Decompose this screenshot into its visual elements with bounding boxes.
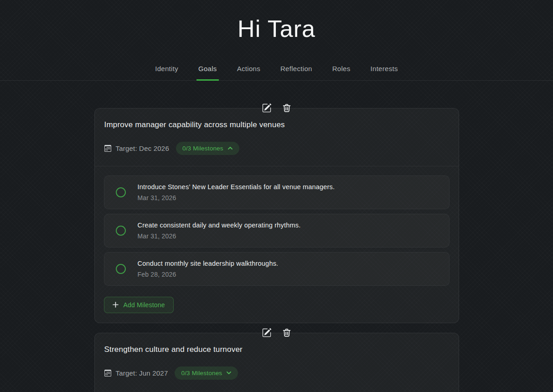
milestones-badge[interactable]: 0/3 Milestones [175,366,238,380]
add-milestone-label: Add Milestone [124,301,165,309]
goals-list: Improve manager capability across multip… [94,108,459,392]
tab-reflection[interactable]: Reflection [280,65,312,80]
goal-card-header: Improve manager capability across multip… [95,108,459,166]
goal-target-label: Target: Dec 2026 [116,144,169,152]
milestone-checkbox-circle[interactable] [116,187,126,197]
goal-target-row: Target: Dec 2026 0/3 Milestones [104,142,449,155]
delete-goal-icon[interactable] [282,328,291,337]
milestones-badge-label: 0/3 Milestones [181,370,222,377]
add-milestone-button[interactable]: Add Milestone [104,297,174,313]
goal-actions [262,328,291,337]
main-nav: Identity Goals Actions Reflection Roles … [0,65,553,81]
calendar-icon [104,370,111,377]
milestone-title: Conduct monthly site leadership walkthro… [138,260,279,267]
milestone-row: Create consistent daily and weekly opera… [104,214,450,248]
milestones-section: Introduce Stones’ New Leader Essentials … [95,166,459,323]
chevron-down-icon [226,370,232,376]
chevron-up-icon [227,145,233,151]
delete-goal-icon[interactable] [282,103,291,113]
page-title: Hi Tara [0,0,553,45]
calendar-icon [104,145,111,152]
milestone-date: Mar 31, 2026 [138,232,301,240]
goal-block: Improve manager capability across multip… [94,108,459,323]
milestone-date: Mar 31, 2026 [138,194,335,201]
goal-title: Strengthen culture and reduce turnover [104,345,449,354]
goal-card-header: Strengthen culture and reduce turnover T… [95,333,459,392]
milestone-title: Create consistent daily and weekly opera… [138,222,301,229]
goal-target-row: Target: Jun 2027 0/3 Milestones [104,366,449,380]
goal-title: Improve manager capability across multip… [104,120,449,129]
edit-goal-icon[interactable] [262,103,271,113]
tab-identity[interactable]: Identity [155,65,178,80]
milestone-row: Conduct monthly site leadership walkthro… [104,252,450,286]
milestone-text: Create consistent daily and weekly opera… [138,222,301,240]
tab-goals[interactable]: Goals [198,65,217,80]
edit-goal-icon[interactable] [262,328,271,337]
goal-card: Improve manager capability across multip… [94,108,459,323]
tab-actions[interactable]: Actions [237,65,260,80]
milestone-text: Conduct monthly site leadership walkthro… [138,260,279,278]
tab-roles[interactable]: Roles [332,65,351,80]
milestone-row: Introduce Stones’ New Leader Essentials … [104,175,450,209]
milestone-title: Introduce Stones’ New Leader Essentials … [138,183,335,191]
tab-interests[interactable]: Interests [371,65,398,80]
milestone-date: Feb 28, 2026 [138,271,279,278]
goal-actions [262,103,291,113]
milestone-checkbox-circle[interactable] [116,264,126,274]
milestones-badge[interactable]: 0/3 Milestones [176,142,239,155]
milestone-checkbox-circle[interactable] [116,226,126,236]
goal-block: Strengthen culture and reduce turnover T… [94,333,459,392]
milestone-text: Introduce Stones’ New Leader Essentials … [138,183,335,201]
goal-target-label: Target: Jun 2027 [116,369,168,377]
goal-card: Strengthen culture and reduce turnover T… [94,333,459,392]
milestones-badge-label: 0/3 Milestones [182,145,223,152]
plus-icon [113,302,119,308]
